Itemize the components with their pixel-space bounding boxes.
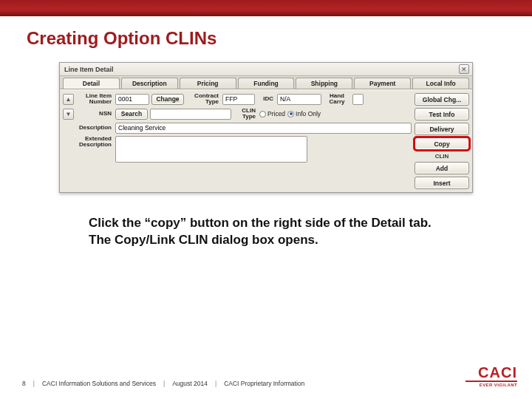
nsn-search-button[interactable]: Search [115,109,148,120]
radio-unchecked-icon [259,111,266,117]
idc-label: IDC [257,96,275,102]
radio-checked-icon [287,111,294,117]
delivery-button[interactable]: Delivery [415,123,469,135]
nsn-label: NSN [76,111,113,117]
copy-button[interactable]: Copy [415,137,469,150]
instruction-text: Click the “copy” button on the right sid… [89,215,443,249]
window-title-text: Line Item Detail [64,66,114,73]
brand-bar [0,0,532,16]
next-item-button[interactable]: ▼ [63,109,74,120]
idc-select[interactable] [277,94,321,105]
tab-detail[interactable]: Detail [63,78,120,89]
add-button[interactable]: Add [415,162,469,174]
clin-type-priced-radio[interactable]: Priced [259,110,285,117]
hand-carry-label: Hand Carry [324,93,350,106]
slide-title: Creating Option CLINs [27,28,532,49]
separator-icon: | [163,380,165,387]
tab-shipping[interactable]: Shipping [296,78,352,89]
infoonly-radio-label: Info Only [296,110,321,117]
change-button[interactable]: Change [151,94,184,105]
tab-description[interactable]: Description [121,78,178,89]
global-chg-button[interactable]: Global Chg... [415,93,469,106]
hand-carry-checkbox[interactable] [352,94,364,105]
tab-funding[interactable]: Funding [238,78,295,89]
tab-local-info[interactable]: Local Info [412,78,469,89]
logo-tagline: EVER VIGILANT [466,383,517,387]
tab-pricing[interactable]: Pricing [180,78,236,89]
window-titlebar: Line Item Detail ✕ [60,63,472,76]
priced-radio-label: Priced [267,110,285,117]
separator-icon: | [33,380,35,387]
description-input[interactable] [115,123,412,134]
tab-bar: Detail Description Pricing Funding Shipp… [60,76,472,89]
footer-date: August 2014 [172,380,208,387]
clin-type-label: CLIN Type [233,108,257,120]
footer-classification: CACI Proprietary Information [224,380,304,387]
extended-description-textarea[interactable] [115,136,307,163]
prev-item-button[interactable]: ▲ [63,94,74,105]
page-number: 8 [22,380,26,387]
extended-description-label: Extended Description [76,136,113,149]
clin-section-label: CLIN [415,153,469,160]
tab-payment[interactable]: Payment [354,78,411,89]
contract-type-label: Contract Type [186,93,220,106]
logo-underline-icon [466,381,517,382]
caci-logo: CACI EVER VIGILANT [466,365,517,387]
test-info-button[interactable]: Test Info [415,108,469,120]
nsn-input[interactable] [150,109,231,120]
close-icon: ✕ [461,66,467,73]
footer-org: CACI Information Solutions and Services [42,380,156,387]
clin-type-infoonly-radio[interactable]: Info Only [287,110,321,117]
logo-text: CACI [466,365,517,380]
window-close-button[interactable]: ✕ [459,64,469,74]
line-item-detail-window: Line Item Detail ✕ Detail Description Pr… [59,62,473,193]
line-item-input[interactable] [115,94,149,105]
description-label: Description [76,125,113,131]
slide-footer: 8 | CACI Information Solutions and Servi… [22,365,517,387]
insert-button[interactable]: Insert [415,177,469,189]
separator-icon: | [215,380,216,387]
line-item-label: Line Item Number [76,93,113,106]
contract-type-select[interactable] [222,94,255,105]
